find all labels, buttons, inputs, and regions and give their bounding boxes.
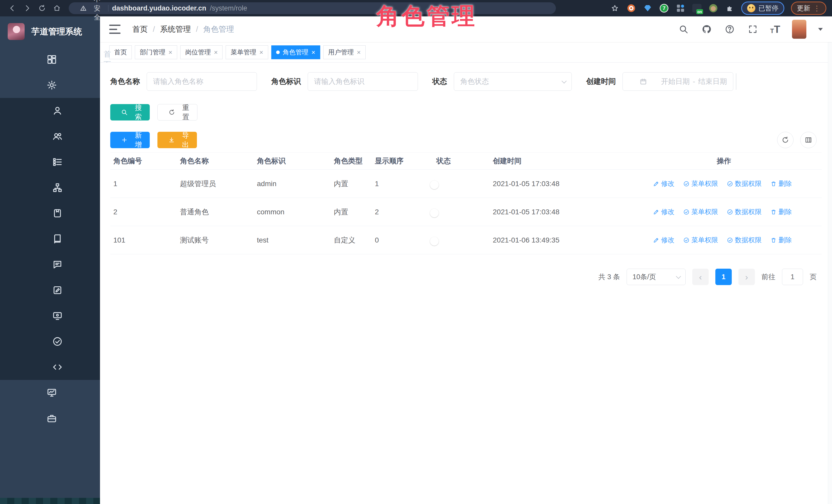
github-icon[interactable]: [701, 24, 712, 35]
sidebar-item-icon: [11, 72, 93, 98]
sidebar-item-icon: [22, 277, 93, 303]
extension-target-icon[interactable]: [626, 3, 636, 13]
delete-action[interactable]: 删除: [771, 207, 792, 216]
tab[interactable]: 岗位管理 ×: [180, 45, 223, 59]
status-label: 状态: [432, 76, 447, 87]
sidebar-item[interactable]: 错误码管理: [0, 354, 100, 380]
tab[interactable]: 用户管理 ×: [323, 45, 366, 59]
date-range-picker[interactable]: 开始日期 - 结束日期: [623, 72, 733, 91]
sidebar-item[interactable]: 部门管理: [0, 175, 100, 201]
sidebar-item[interactable]: 首页: [0, 47, 100, 72]
next-page-button[interactable]: ›: [738, 269, 755, 285]
sidebar-item[interactable]: 通知公告: [0, 252, 100, 277]
role-name-input[interactable]: [147, 72, 257, 91]
goto-page-input[interactable]: [782, 269, 803, 285]
extension-gem-icon[interactable]: [643, 3, 652, 13]
forward-icon[interactable]: [21, 2, 34, 15]
cell-role-name: 超级管理员: [177, 179, 254, 189]
sidebar-item[interactable]: 审计日志: [0, 277, 100, 303]
sidebar-item[interactable]: 研发工具: [0, 405, 100, 431]
close-icon[interactable]: ×: [357, 49, 361, 56]
table-row: 101 测试账号 test 自定义 0 2021-01-06 13:49:35 …: [110, 226, 822, 254]
menu-permission-action[interactable]: 菜单权限: [683, 207, 718, 216]
delete-action[interactable]: 删除: [771, 236, 792, 244]
extensions-puzzle-icon[interactable]: [725, 3, 734, 13]
close-icon[interactable]: ×: [168, 49, 172, 56]
cell-sort: 2: [372, 208, 433, 216]
sidebar-item-icon: [22, 124, 93, 149]
search-icon[interactable]: [678, 24, 689, 35]
profile-paused-pill[interactable]: 已暂停: [741, 2, 784, 15]
sidebar-item[interactable]: 菜单管理: [0, 149, 100, 175]
address-bar[interactable]: 不安全 dashboard.yudao.iocoder.cn /system/r…: [69, 2, 556, 14]
current-page-button[interactable]: 1: [716, 269, 732, 285]
export-button[interactable]: 导出: [157, 132, 197, 148]
fullscreen-icon[interactable]: [747, 24, 758, 35]
menu-fold-icon[interactable]: [109, 25, 121, 34]
data-permission-action[interactable]: 数据权限: [727, 179, 762, 188]
col-sort: 显示顺序: [372, 156, 433, 166]
close-icon[interactable]: ×: [312, 49, 315, 56]
tab[interactable]: 首页 ×: [109, 45, 132, 59]
sidebar-item[interactable]: 用户管理: [0, 98, 100, 124]
tab[interactable]: 部门管理 ×: [135, 45, 177, 59]
tab[interactable]: 角色管理 ×: [271, 45, 320, 59]
extension-seven-icon[interactable]: 7: [659, 3, 669, 13]
tab-label: 首页: [114, 48, 127, 56]
breadcrumb-home[interactable]: 首页: [132, 24, 148, 35]
page-size-select[interactable]: 10条/页: [627, 269, 685, 285]
row-actions: 修改 菜单权限 数据权限 删除: [623, 179, 822, 188]
extension-monkey-icon[interactable]: [708, 3, 718, 13]
breadcrumb-system[interactable]: 系统管理: [160, 24, 191, 35]
edit-action[interactable]: 修改: [653, 207, 675, 216]
bookmark-star-icon[interactable]: [610, 3, 620, 13]
caret-down-icon[interactable]: [818, 28, 823, 31]
logo-image: [8, 23, 25, 40]
add-button[interactable]: 新增: [110, 132, 150, 148]
home-icon[interactable]: [50, 2, 63, 15]
delete-action[interactable]: 删除: [771, 179, 792, 188]
sidebar-item-icon: [22, 175, 93, 201]
menu-permission-action[interactable]: 菜单权限: [683, 236, 718, 244]
prev-page-button[interactable]: ‹: [692, 269, 709, 285]
sidebar-item[interactable]: 在线用户: [0, 303, 100, 329]
help-icon[interactable]: [724, 24, 735, 35]
edit-action[interactable]: 修改: [653, 179, 675, 188]
sidebar-item[interactable]: 字典管理: [0, 226, 100, 252]
close-icon[interactable]: ×: [259, 49, 263, 56]
sidebar-item-icon: [22, 98, 93, 124]
overlay-annotation-title: 角色管理: [376, 1, 477, 32]
sidebar-item[interactable]: 岗位管理: [0, 201, 100, 226]
menu-permission-action[interactable]: 菜单权限: [683, 179, 718, 188]
scrollbar[interactable]: [828, 17, 832, 504]
browser-update-pill[interactable]: 更新 ⋮: [791, 2, 826, 15]
role-key-input[interactable]: [308, 72, 418, 91]
column-settings-button[interactable]: [800, 132, 816, 148]
cell-role-id: 2: [110, 208, 177, 216]
security-indicator[interactable]: 不安全: [75, 0, 105, 22]
search-button[interactable]: 搜索: [110, 104, 150, 121]
extension-on-icon[interactable]: on: [692, 3, 702, 13]
refresh-table-button[interactable]: [777, 132, 794, 148]
sidebar-item[interactable]: 角色管理: [0, 124, 100, 149]
extension-grid-icon[interactable]: [676, 3, 685, 13]
kebab-menu-icon[interactable]: ⋮: [813, 4, 821, 12]
avatar[interactable]: [792, 20, 806, 39]
table-tools: [777, 132, 816, 148]
monkey-icon: [709, 4, 718, 12]
navbar-right: TT: [678, 20, 823, 39]
data-permission-action[interactable]: 数据权限: [727, 207, 762, 216]
sidebar-item[interactable]: 短信管理: [0, 329, 100, 354]
font-size-icon[interactable]: TT: [770, 24, 780, 34]
reset-button[interactable]: 重置: [157, 104, 198, 121]
data-permission-action[interactable]: 数据权限: [727, 236, 762, 244]
close-icon[interactable]: ×: [214, 49, 218, 56]
edit-action[interactable]: 修改: [653, 236, 675, 244]
sidebar-item[interactable]: 系统管理: [0, 72, 100, 98]
cell-create-time: 2021-01-05 17:03:48: [490, 208, 623, 216]
reload-icon[interactable]: [35, 2, 49, 15]
sidebar-item[interactable]: 基础设施: [0, 380, 100, 405]
tab[interactable]: 菜单管理 ×: [226, 45, 268, 59]
status-select[interactable]: 角色状态: [454, 72, 572, 91]
back-icon[interactable]: [6, 2, 19, 15]
